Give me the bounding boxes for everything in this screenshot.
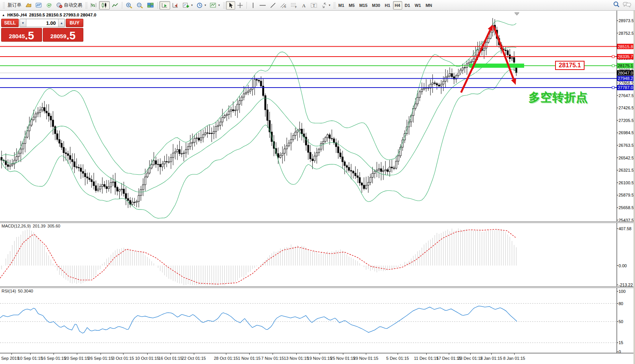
sell-label: SELL bbox=[4, 20, 16, 26]
templates-button[interactable]: ▾ bbox=[208, 1, 222, 10]
sell-price-main: 28045 bbox=[9, 33, 25, 39]
auto-scroll-icon bbox=[161, 2, 168, 8]
timeframe-h1-button[interactable]: H1 bbox=[383, 1, 392, 10]
bar-chart-icon bbox=[90, 2, 97, 8]
arrows-icon bbox=[321, 2, 327, 8]
buy-price-tile[interactable]: 28059 .5 bbox=[43, 28, 84, 42]
price-level-label: 28335.7 bbox=[618, 54, 633, 59]
time-axis-tick bbox=[514, 353, 515, 355]
axis-tick-label: 25658.5 bbox=[619, 205, 634, 210]
sell-button[interactable]: SELL bbox=[1, 19, 19, 27]
fibonacci-button[interactable]: F bbox=[289, 1, 299, 10]
arrows-button[interactable]: ▾ bbox=[319, 1, 332, 10]
rsi-pane[interactable]: 1008050150 bbox=[0, 288, 635, 353]
periods-button[interactable]: ▾ bbox=[195, 1, 208, 10]
navigator-button[interactable] bbox=[44, 1, 54, 10]
timeframe-m5-button[interactable]: M5 bbox=[347, 1, 356, 10]
navigator-icon bbox=[46, 2, 52, 8]
one-click-trading-panel: SELL ▼ 1.00 ▲ BUY 28045 .5 28059 .5 bbox=[1, 19, 83, 42]
horizontal-line-button[interactable] bbox=[257, 1, 268, 10]
bar-chart-button[interactable] bbox=[88, 1, 99, 10]
toolbar-grip[interactable] bbox=[223, 2, 225, 9]
timeframe-m1-button[interactable]: M1 bbox=[336, 1, 346, 10]
toolbar-grip[interactable] bbox=[85, 2, 87, 9]
timeframe-w1-button[interactable]: W1 bbox=[413, 1, 423, 10]
cursor-button[interactable] bbox=[226, 1, 235, 10]
time-axis-tick bbox=[449, 353, 449, 355]
time-axis-tick bbox=[296, 353, 297, 355]
rsi-header: RSI(14) 50.3040 bbox=[2, 289, 33, 293]
axis-tick-label: 28973.5 bbox=[619, 18, 634, 23]
rsi-value: 50.3040 bbox=[18, 289, 33, 293]
chart-window[interactable]: 28973.528752.528531.528310.528089.527868… bbox=[0, 11, 635, 364]
highlight-zone-bar bbox=[469, 63, 524, 68]
timeframe-mn-button[interactable]: MN bbox=[424, 1, 434, 10]
chat-icon[interactable] bbox=[623, 1, 631, 9]
volume-increase-button[interactable]: ▲ bbox=[58, 19, 65, 27]
dropdown-caret-icon: ▾ bbox=[329, 3, 330, 7]
market-watch-button[interactable] bbox=[34, 1, 44, 10]
vertical-line-button[interactable] bbox=[248, 1, 257, 10]
line-chart-icon bbox=[112, 2, 119, 8]
toolbar-grip[interactable] bbox=[333, 2, 335, 9]
timeframe-h4-button[interactable]: H4 bbox=[393, 1, 402, 10]
text-label-button[interactable]: T bbox=[309, 1, 319, 10]
zoom-out-button[interactable] bbox=[135, 1, 145, 10]
toolbar: 新订单 自动交易 ▾ ▾ ▾ E F A T ▾ bbox=[0, 0, 635, 11]
time-axis-label: 28 Oct 01:15 bbox=[214, 356, 238, 361]
timeframe-d1-button[interactable]: D1 bbox=[403, 1, 412, 10]
text-button[interactable]: A bbox=[299, 1, 309, 10]
buy-price-pip: .5 bbox=[67, 31, 76, 40]
time-axis-label: 26 Sep 01:15 bbox=[88, 356, 113, 361]
timeframe-m15-button[interactable]: M15 bbox=[357, 1, 369, 10]
timeframe-m30-button[interactable]: M30 bbox=[370, 1, 382, 10]
crosshair-icon bbox=[237, 2, 243, 8]
auto-scroll-button[interactable] bbox=[159, 1, 170, 10]
dropdown-caret-icon: ▾ bbox=[205, 3, 206, 7]
volume-input[interactable]: 1.00 bbox=[26, 19, 58, 27]
candlestick-button[interactable] bbox=[99, 1, 110, 10]
time-axis-tick bbox=[101, 353, 101, 355]
time-axis-tick bbox=[194, 353, 194, 355]
dropdown-caret-icon: ▾ bbox=[191, 3, 193, 7]
window-edge-gutter bbox=[633, 11, 635, 364]
auto-trading-button[interactable]: 自动交易 bbox=[54, 1, 84, 10]
new-order-button[interactable]: 新订单 bbox=[6, 1, 23, 10]
tile-windows-button[interactable] bbox=[145, 1, 156, 10]
macd-pane[interactable]: 407.580.00-213.22 bbox=[0, 223, 635, 286]
time-axis-tick bbox=[226, 353, 226, 355]
indicators-button[interactable]: ▾ bbox=[181, 1, 195, 10]
buy-label: BUY bbox=[70, 20, 79, 26]
sell-price-tile[interactable]: 28045 .5 bbox=[1, 28, 42, 42]
volume-decrease-button[interactable]: ▼ bbox=[20, 19, 26, 27]
axis-tick-label: 27205.5 bbox=[619, 118, 634, 123]
buy-price-main: 28059 bbox=[50, 33, 67, 39]
time-axis-label: 23 Dec 01:15 bbox=[458, 356, 482, 361]
axis-tick-label: -213.22 bbox=[619, 283, 633, 286]
price-callout-box[interactable]: 28175.1 bbox=[555, 61, 585, 70]
toolbar-separator bbox=[247, 2, 247, 9]
chart-profile-button[interactable] bbox=[23, 1, 34, 10]
auto-trading-icon bbox=[56, 2, 63, 8]
line-chart-button[interactable] bbox=[110, 1, 120, 10]
mt4-window: 新订单 自动交易 ▾ ▾ ▾ E F A T ▾ bbox=[0, 0, 635, 364]
time-axis[interactable]: Sep 201910 Sep 01:1516 Sep 01:1520 Sep 0… bbox=[0, 353, 635, 364]
collapse-panel-icon[interactable]: ▲ bbox=[2, 13, 5, 17]
toolbar-grip[interactable] bbox=[3, 2, 5, 9]
macd-signal-value: 305.60 bbox=[47, 224, 60, 228]
trendline-button[interactable] bbox=[268, 1, 278, 10]
crosshair-button[interactable] bbox=[235, 1, 245, 10]
search-icon[interactable] bbox=[613, 1, 620, 9]
macd-value: 201.39 bbox=[32, 224, 45, 228]
text-icon: A bbox=[301, 2, 307, 8]
time-axis-label: 11 Dec 01:15 bbox=[414, 356, 439, 361]
price-chart-pane[interactable]: 28973.528752.528531.528310.528089.527868… bbox=[0, 11, 635, 221]
buy-button[interactable]: BUY bbox=[66, 19, 83, 27]
price-level-label: 27948.2 bbox=[618, 76, 633, 81]
zoom-in-button[interactable] bbox=[124, 1, 135, 10]
time-axis-tick bbox=[77, 353, 77, 355]
horizontal-line-icon bbox=[259, 2, 266, 8]
turning-point-note[interactable]: 多空转折点 bbox=[529, 90, 588, 106]
chart-shift-button[interactable] bbox=[170, 1, 181, 10]
equidistant-channel-button[interactable]: E bbox=[278, 1, 289, 10]
